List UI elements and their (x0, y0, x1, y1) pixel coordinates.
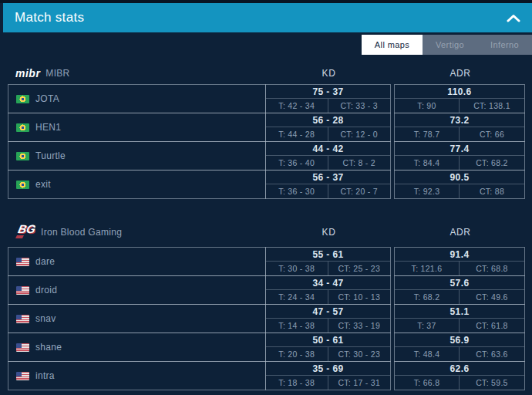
player-row[interactable]: HEN1 56 - 28 T: 44 - 28 CT: 12 - 0 73.2 … (8, 113, 526, 142)
player-name-cell: exit (8, 170, 266, 199)
adr-t-side: T: 78.7 (395, 127, 460, 141)
adr-t-side: T: 68.2 (395, 290, 460, 304)
kd-t-side: T: 14 - 38 (266, 319, 328, 333)
flag-br-icon (16, 152, 29, 160)
kd-total: 56 - 37 (266, 170, 390, 184)
adr-total: 90.5 (395, 170, 524, 184)
flag-br-icon (16, 95, 29, 103)
tab-all-maps[interactable]: All maps (362, 35, 423, 55)
adr-ct-side: CT: 61.8 (460, 319, 524, 333)
kd-ct-side: CT: 33 - 19 (328, 319, 391, 333)
player-row[interactable]: droid 34 - 47 T: 24 - 34 CT: 10 - 13 57.… (8, 275, 526, 305)
player-row[interactable]: snav 47 - 57 T: 14 - 38 CT: 33 - 19 51.1… (8, 304, 526, 333)
kd-cell: 50 - 61 T: 20 - 38 CT: 30 - 23 (265, 333, 391, 362)
kd-total: 35 - 69 (266, 362, 390, 376)
player-row[interactable]: exit 56 - 37 T: 36 - 30 CT: 20 - 7 90.5 … (8, 170, 526, 199)
adr-ct-side: CT: 138.1 (460, 99, 524, 113)
panel-title: Match stats (15, 10, 84, 25)
team-section-mibr: mibr MIBR KD ADR JOTA 75 - 37 T: 42 - 34… (8, 64, 526, 199)
adr-cell: 90.5 T: 92.3 CT: 88 (394, 170, 525, 199)
kd-ct-side: CT: 25 - 23 (328, 262, 391, 275)
kd-t-side: T: 36 - 40 (266, 156, 328, 170)
kd-total: 44 - 42 (266, 142, 390, 156)
kd-ct-side: CT: 10 - 13 (328, 290, 391, 304)
kd-total: 47 - 57 (266, 305, 390, 319)
mibr-logo-icon: mibr (15, 67, 40, 79)
adr-ct-side: CT: 59.5 (460, 376, 524, 390)
player-name-cell: droid (8, 275, 266, 305)
chevron-up-icon[interactable] (507, 14, 520, 22)
player-name-cell: intra (8, 361, 266, 390)
kd-t-side: T: 30 - 38 (266, 262, 328, 275)
adr-cell: 73.2 T: 78.7 CT: 66 (394, 113, 525, 142)
kd-total: 50 - 61 (266, 333, 390, 347)
player-row[interactable]: intra 35 - 69 T: 18 - 38 CT: 17 - 31 62.… (8, 361, 526, 390)
flag-us-icon (16, 343, 29, 352)
flag-us-icon (16, 286, 29, 295)
player-name: dare (35, 256, 55, 267)
player-name: snav (35, 313, 56, 324)
adr-total: 56.9 (395, 333, 524, 347)
player-name: droid (35, 285, 57, 295)
player-name: Tuurtle (35, 150, 66, 161)
player-row[interactable]: dare 55 - 61 T: 30 - 38 CT: 25 - 23 91.4… (8, 247, 526, 276)
adr-ct-side: CT: 49.6 (460, 290, 524, 304)
adr-total: 110.6 (395, 85, 524, 99)
mibr-player-rows: JOTA 75 - 37 T: 42 - 34 CT: 33 - 3 110.6… (8, 84, 526, 199)
player-name-cell: Tuurtle (8, 141, 266, 170)
panel-header[interactable]: Match stats (3, 3, 532, 32)
player-row[interactable]: Tuurtle 44 - 42 T: 36 - 40 CT: 8 - 2 77.… (8, 141, 526, 170)
ibg-player-rows: dare 55 - 61 T: 30 - 38 CT: 25 - 23 91.4… (8, 247, 526, 390)
adr-ct-side: CT: 66 (460, 127, 524, 141)
kd-cell: 55 - 61 T: 30 - 38 CT: 25 - 23 (265, 247, 391, 276)
adr-t-side: T: 92.3 (395, 184, 460, 198)
adr-cell: 91.4 T: 121.6 CT: 68.8 (394, 247, 525, 276)
adr-ct-side: CT: 88 (460, 184, 524, 198)
kd-cell: 56 - 37 T: 36 - 30 CT: 20 - 7 (265, 170, 391, 199)
kd-t-side: T: 18 - 38 (266, 376, 328, 390)
kd-t-side: T: 44 - 28 (266, 127, 328, 141)
player-name: exit (35, 179, 51, 190)
kd-ct-side: CT: 8 - 2 (328, 156, 391, 170)
player-name-cell: dare (8, 247, 266, 276)
flag-br-icon (16, 123, 29, 132)
adr-cell: 57.6 T: 68.2 CT: 49.6 (394, 275, 525, 305)
iron-blood-gaming-logo-icon: BG BG (15, 221, 35, 243)
team-header-ibg: BG BG Iron Blood Gaming KD ADR (8, 219, 526, 245)
adr-t-side: T: 90 (395, 99, 460, 113)
adr-column-header: ADR (395, 68, 526, 79)
adr-cell: 62.6 T: 66.8 CT: 59.5 (394, 361, 525, 390)
adr-cell: 110.6 T: 90 CT: 138.1 (394, 84, 525, 113)
tab-inferno[interactable]: Inferno (477, 35, 532, 55)
adr-t-side: T: 121.6 (395, 262, 460, 275)
tab-vertigo[interactable]: Vertigo (423, 35, 477, 55)
player-name: shane (35, 342, 62, 353)
team-name: MIBR (45, 68, 69, 79)
flag-us-icon (16, 315, 29, 323)
kd-ct-side: CT: 17 - 31 (328, 376, 391, 390)
kd-cell: 75 - 37 T: 42 - 34 CT: 33 - 3 (265, 84, 391, 113)
kd-cell: 47 - 57 T: 14 - 38 CT: 33 - 19 (265, 304, 391, 333)
adr-total: 73.2 (395, 113, 524, 127)
adr-column-header: ADR (395, 227, 526, 238)
adr-t-side: T: 48.4 (395, 347, 460, 361)
kd-ct-side: CT: 33 - 3 (328, 99, 391, 113)
match-stats-panel: Match stats All maps Vertigo Inferno mib… (0, 0, 532, 395)
player-name: HEN1 (35, 122, 61, 133)
flag-br-icon (16, 181, 29, 189)
kd-column-header: KD (266, 68, 392, 79)
adr-total: 91.4 (395, 248, 524, 262)
team-section-iron-blood-gaming: BG BG Iron Blood Gaming KD ADR dare 55 -… (8, 219, 526, 390)
adr-total: 57.6 (395, 276, 524, 290)
kd-total: 75 - 37 (266, 85, 390, 99)
stats-content: mibr MIBR KD ADR JOTA 75 - 37 T: 42 - 34… (0, 55, 532, 390)
player-row[interactable]: shane 50 - 61 T: 20 - 38 CT: 30 - 23 56.… (8, 333, 526, 362)
kd-t-side: T: 24 - 34 (266, 290, 328, 304)
adr-cell: 56.9 T: 48.4 CT: 63.6 (394, 333, 525, 362)
map-tabs: All maps Vertigo Inferno (0, 35, 532, 55)
kd-t-side: T: 20 - 38 (266, 347, 328, 361)
flag-us-icon (16, 258, 29, 266)
player-row[interactable]: JOTA 75 - 37 T: 42 - 34 CT: 33 - 3 110.6… (8, 84, 526, 113)
player-name-cell: snav (8, 304, 266, 333)
player-name-cell: HEN1 (8, 113, 266, 142)
